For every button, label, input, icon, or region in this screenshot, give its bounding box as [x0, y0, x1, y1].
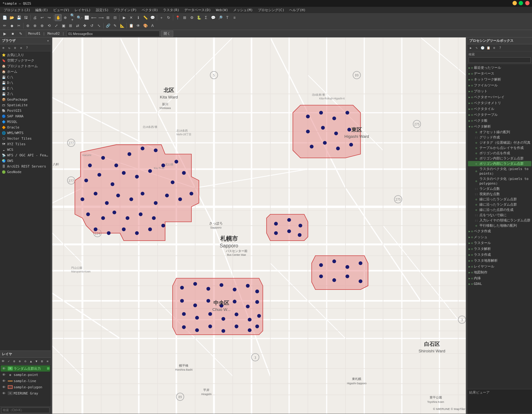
ptb-group-1[interactable]: ▶ ⚙ データベース	[468, 71, 531, 76]
new-project-button[interactable]: 📄	[1, 14, 8, 21]
extra-btn[interactable]: ≡	[231, 14, 238, 21]
browser-item-home[interactable]: 🏠 プロジェクトホーム	[1, 63, 50, 69]
node-button[interactable]: ◆	[8, 22, 15, 29]
undo-button[interactable]: ↩	[39, 14, 45, 21]
layer-vis-button[interactable]: 👁	[135, 22, 142, 29]
ptb-help-btn[interactable]: ?	[497, 45, 503, 50]
rotate-button[interactable]: ↺	[88, 22, 95, 29]
layer-visibility-toggle-0[interactable]: 👁	[1, 366, 6, 371]
locate-button[interactable]: 🔎	[217, 14, 224, 21]
minimize-button[interactable]	[513, 1, 517, 5]
rubber-band-button[interactable]: ⬜	[83, 14, 90, 21]
ptb-item-10-0[interactable]: ⚙ オフセット線の配列	[468, 129, 531, 135]
save-as-button[interactable]: 🖫	[23, 14, 29, 21]
ptb-group-12[interactable]: ▶ ⚙ メッシュ	[468, 234, 531, 240]
browser-item-wms[interactable]: 🌐 WMS/WMTS	[1, 130, 50, 136]
browser-item-postgis[interactable]: 🐘 PostGIS	[1, 108, 50, 113]
ptb-group-15[interactable]: ▶ ⚙ ラスタ作成	[468, 252, 531, 258]
browser-item-sap[interactable]: 🔵 SAP HANA	[1, 113, 50, 119]
ptb-item-10-12[interactable]: ⚙ 線に沿ったランダム点群	[468, 202, 531, 207]
script-edit-button[interactable]: ✎	[17, 30, 24, 37]
layers-up-btn[interactable]: ▲	[28, 358, 33, 364]
browser-item-mssql[interactable]: 🔷 MSSQL	[1, 119, 50, 124]
split-button[interactable]: ✂	[15, 22, 22, 29]
refresh-button[interactable]: ↻	[165, 14, 172, 21]
menu-raster[interactable]: ラスタ(R)	[161, 7, 182, 13]
snap-button[interactable]: 🔗	[105, 22, 111, 29]
menu-web[interactable]: Web(W)	[213, 7, 231, 13]
attr-table-button[interactable]: 📋	[128, 22, 135, 29]
layers-select-btn[interactable]: ✓	[6, 358, 11, 364]
add-part-button[interactable]: ⊕	[39, 22, 45, 29]
ptb-group-8[interactable]: ▶ ⚙ ベクタテーブル	[468, 112, 531, 118]
ptb-history-btn[interactable]: 🕐	[480, 45, 485, 50]
browser-item-geopackage[interactable]: 📦 GeoPackage	[1, 97, 50, 102]
speech-button[interactable]: 💬	[210, 14, 217, 21]
print-button[interactable]: 🖨	[32, 14, 38, 21]
ptb-item-10-4[interactable]: ⚙ ポリゴンの点を作成	[468, 150, 531, 156]
browser-add-btn[interactable]: ⊕	[1, 45, 6, 50]
browser-item-oracle[interactable]: 🔶 Oracle	[1, 124, 50, 130]
layer-visibility-toggle-3[interactable]: 👁	[1, 385, 6, 390]
style-button[interactable]: 🎨	[142, 22, 149, 29]
ptb-group-5[interactable]: ▶ ⚙ ベクタオーバーレイ	[468, 94, 531, 100]
save-project-button[interactable]: 💾	[15, 14, 22, 21]
merge-button[interactable]: ⊞	[67, 22, 74, 29]
ptb-item-10-3[interactable]: ⚙ テーブルから点レイヤを作成	[468, 145, 531, 150]
ptb-item-10-9[interactable]: :: ランダム点数	[468, 186, 531, 191]
layer-visibility-toggle-4[interactable]: 👁	[1, 391, 6, 396]
add-ring-button[interactable]: ⊗	[32, 22, 38, 29]
ptb-group-7[interactable]: ▶ ⚙ ベクタタイル	[468, 106, 531, 112]
browser-item-xyz[interactable]: 🗺 XYZ Tiles	[1, 141, 50, 147]
zoom-in-button[interactable]: 🔍+	[69, 14, 76, 21]
pan-button[interactable]: ✋	[55, 14, 62, 21]
layers-add-btn[interactable]: ⊕	[17, 358, 23, 364]
zoom-next-button[interactable]: ⟶	[97, 14, 104, 21]
maximize-button[interactable]	[519, 1, 523, 5]
ptb-group-16[interactable]: ▶ ⚙ ラスタ地形解析	[468, 258, 531, 264]
pan-map-button[interactable]: ⊕	[62, 14, 69, 21]
coord-button[interactable]: 📍	[174, 14, 181, 21]
browser-item-bookmark[interactable]: 🔖 空間ブックマーク	[1, 58, 50, 63]
browser-item-geonode[interactable]: 🟢 GeoNode	[1, 169, 50, 175]
layer-item-0[interactable]: 👁 V ランダム点群出力	[1, 365, 50, 372]
move-button[interactable]: ✥	[81, 22, 88, 29]
feature-button[interactable]: T	[224, 14, 231, 21]
ptb-item-10-1[interactable]: :: グリッド作成	[468, 135, 531, 140]
zoom-last-button[interactable]: ⟵	[90, 14, 97, 21]
layers-eye-btn[interactable]: 👁	[1, 358, 6, 364]
python-button[interactable]: 🐍	[195, 14, 202, 21]
script-open-button[interactable]: 開く	[161, 31, 173, 37]
label-button[interactable]: A	[149, 22, 156, 29]
ptb-group-17[interactable]: ▶ ⚙ レイヤツール	[468, 264, 531, 269]
ptb-group-18[interactable]: ▶ ⚙ 地図制作	[468, 269, 531, 275]
browser-refresh-btn[interactable]: ↻	[6, 45, 12, 50]
menu-vector[interactable]: ベクタ(O)	[139, 7, 161, 13]
script-input[interactable]	[67, 31, 160, 37]
menu-processing[interactable]: プロセシング(C)	[255, 7, 287, 13]
browser-item-wcs[interactable]: ☁ WCS	[1, 147, 50, 152]
fill-button[interactable]: ▣	[60, 22, 67, 29]
layer-item-4[interactable]: 👁 ⊞ MIERUNE Gray	[1, 390, 50, 396]
layers-filter-btn[interactable]: ⚙	[12, 358, 17, 364]
add-layer-button[interactable]: ＋	[158, 14, 165, 21]
ptb-group-10[interactable]: ▼ ⚙ ベクタ解析 ⚙ オフセット線の配列 :: グリッド作成 ⚙ ジオタグ（位…	[468, 124, 531, 228]
ptb-item-10-11[interactable]: ⚙ 線に沿ったランダム点群	[468, 197, 531, 202]
redo-button[interactable]: ↪	[46, 14, 53, 21]
menu-database[interactable]: データベース(D)	[182, 7, 213, 13]
ptb-group-19[interactable]: ▶ ⚙ 内挿	[468, 275, 531, 281]
browser-item-drive[interactable]: 💾 D:\	[1, 80, 50, 85]
menu-project[interactable]: プロジェクト(J)	[1, 7, 33, 13]
layer-item-1[interactable]: 👁 ● sample-point	[1, 372, 50, 378]
menu-layer[interactable]: レイヤ(L)	[72, 7, 93, 13]
browser-item-ows[interactable]: 🌏 OWS	[1, 158, 50, 163]
ptb-run-btn[interactable]: ▶	[468, 45, 474, 50]
grid-button[interactable]: ⊞	[181, 14, 188, 21]
zoom-layer-button[interactable]: ⊟	[112, 14, 118, 21]
browser-item-drive[interactable]: 💾 Z:\	[1, 91, 50, 97]
layers-expand-btn[interactable]: ≡	[45, 358, 50, 364]
browser-filter-btn[interactable]: ⚙	[12, 45, 18, 50]
ptb-group-20[interactable]: ▶ ⚙ GDAL	[468, 281, 531, 286]
layers-down-btn[interactable]: ▼	[34, 358, 39, 364]
ptb-item-10-6[interactable]: ⚙ ポリゴン内部にランダム点群	[468, 161, 531, 166]
